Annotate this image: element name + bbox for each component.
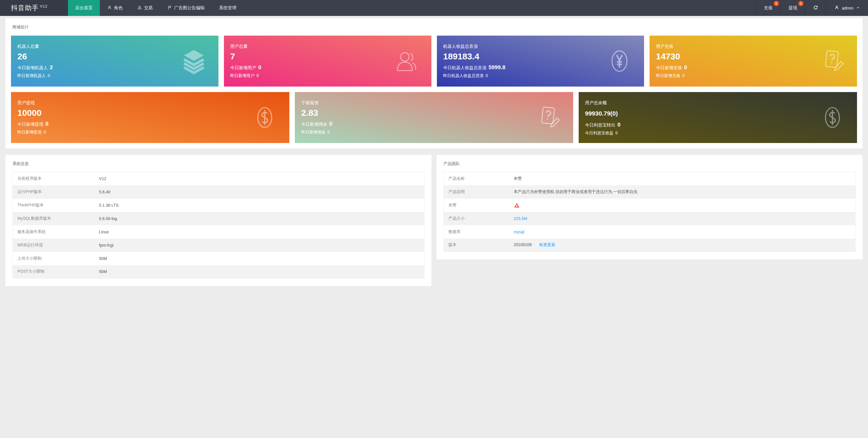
today-label: 今日新增用户 bbox=[230, 65, 256, 70]
today-value: 5999.8 bbox=[489, 64, 505, 70]
yesterday-value: 0 bbox=[615, 130, 618, 135]
stat-card-value: 2.83 bbox=[301, 109, 573, 117]
tab-system-label: 系统管理 bbox=[219, 5, 237, 11]
row-value: fpm-fcgi bbox=[99, 238, 424, 252]
tab-dashboard-label: 后台首页 bbox=[75, 5, 93, 11]
tab-roles-label: 角色 bbox=[114, 5, 123, 11]
row-value: 225.5M bbox=[514, 212, 855, 225]
row-label: 数据库 bbox=[444, 225, 514, 238]
yesterday-label: 昨日机器人收益总音浪 bbox=[443, 73, 484, 79]
stat-card-yesterday: 昨日新增用户0 bbox=[230, 73, 431, 79]
row-value: 50M bbox=[99, 265, 424, 279]
table-row: 产品大小225.5M bbox=[444, 212, 856, 225]
table-row: ThinkPHP版本5.1.38 LTS bbox=[13, 199, 425, 212]
product-team-table: 产品名称米赞 产品说明本产品只为米赞使用权,切勿用于商业或者用于违法行为,一切后… bbox=[443, 172, 856, 252]
scales-icon bbox=[137, 5, 142, 11]
tab-system[interactable]: 系统管理 bbox=[212, 0, 244, 16]
stat-card-yesterday: 昨日新增佣金0 bbox=[301, 130, 573, 135]
tab-ad-notice-edit[interactable]: 广告图公告编辑 bbox=[160, 0, 212, 16]
table-row: 米赞 bbox=[444, 199, 856, 212]
row-label: 产品大小 bbox=[444, 212, 514, 225]
main-menu: 后台首页 角色 交易 广告图公告编辑 bbox=[68, 0, 244, 16]
row-label: ThinkPHP版本 bbox=[13, 199, 99, 212]
row-label: POST大小限制 bbox=[13, 265, 99, 279]
row-label: WEB运行环境 bbox=[13, 238, 99, 252]
table-row: 版本 20100106 检查更新 bbox=[444, 238, 856, 252]
tab-roles[interactable]: 角色 bbox=[100, 0, 130, 16]
yesterday-label: 昨日新增提现 bbox=[18, 130, 42, 135]
tab-trade[interactable]: 交易 bbox=[130, 0, 160, 16]
stat-card-user-balance: 用户总余额 99930.79(0) 今日利息宝转出0 今日利息宝收益0 bbox=[579, 92, 857, 143]
tab-dashboard[interactable]: 后台首页 bbox=[68, 0, 100, 16]
stat-card-robot-total: 机器人总量 26 今日新增机器人2 昨日新增机器人0 bbox=[11, 36, 218, 87]
table-row: 上传大小限制50M bbox=[13, 252, 425, 265]
today-label: 今日新增佣金 bbox=[301, 122, 327, 127]
stat-card-yesterday: 昨日新增充值0 bbox=[656, 73, 857, 79]
version-number: 20100106 bbox=[514, 242, 531, 247]
stat-card-user-total: 用户总量 7 今日新增用户0 昨日新增用户0 bbox=[224, 36, 431, 87]
yesterday-value: 0 bbox=[328, 130, 330, 134]
today-value: 0 bbox=[684, 64, 687, 70]
users-icon bbox=[394, 49, 419, 74]
today-value: 0 bbox=[45, 121, 49, 127]
admin-user-icon bbox=[834, 5, 839, 11]
stat-card-yesterday: 昨日机器人收益总音浪0 bbox=[443, 73, 644, 79]
row-label: 当前程序版本 bbox=[13, 172, 99, 185]
app-version: V12 bbox=[40, 4, 48, 8]
withdraw-button[interactable]: 提现 0 bbox=[780, 0, 805, 16]
row-value bbox=[514, 199, 855, 212]
yesterday-value: 0 bbox=[486, 73, 488, 78]
stat-card-yesterday: 今日利息宝收益0 bbox=[585, 130, 857, 136]
yesterday-label: 今日利息宝收益 bbox=[585, 130, 613, 136]
yesterday-value: 0 bbox=[682, 73, 685, 78]
today-value: 2 bbox=[50, 64, 53, 70]
stat-card-label: 下级返佣 bbox=[301, 100, 573, 106]
stat-card-label: 用户提现 bbox=[18, 100, 289, 106]
row-value: 5.6.50-log bbox=[99, 212, 424, 225]
row-label: 上传大小限制 bbox=[13, 252, 99, 265]
today-value: 0 bbox=[329, 121, 333, 127]
row-value: 5.1.38 LTS bbox=[99, 199, 424, 212]
user-menu[interactable]: admin bbox=[826, 0, 868, 16]
yesterday-label: 昨日新增充值 bbox=[656, 73, 680, 79]
product-size-link[interactable]: 225.5M bbox=[514, 216, 527, 221]
refresh-button[interactable] bbox=[805, 0, 826, 16]
withdraw-label: 提现 bbox=[788, 5, 797, 11]
stats-row-1: 机器人总量 26 今日新增机器人2 昨日新增机器人0 用户总量 7 今日新增用户… bbox=[5, 36, 863, 87]
check-update-link[interactable]: 检查更新 bbox=[539, 242, 556, 247]
yesterday-label: 昨日新增机器人 bbox=[18, 73, 46, 79]
row-label: 版本 bbox=[444, 238, 514, 252]
stat-card-today: 今日新增提现0 bbox=[18, 121, 289, 127]
today-label: 今日新增充值 bbox=[656, 65, 682, 70]
nav-right-group: 充值 0 提现 0 admin bbox=[756, 0, 868, 16]
database-link[interactable]: mysql bbox=[514, 230, 524, 234]
username: admin bbox=[842, 5, 854, 10]
table-row: MySQL数据库版本5.6.50-log bbox=[13, 212, 425, 225]
row-label: 服务器操作系统 bbox=[13, 225, 99, 238]
system-info-table: 当前程序版本V12 运行PHP版本5.6.40 ThinkPHP版本5.1.38… bbox=[12, 172, 425, 279]
yesterday-label: 昨日新增用户 bbox=[230, 73, 255, 79]
stat-card-yesterday: 昨日新增提现0 bbox=[18, 130, 289, 135]
row-value: 本产品只为米赞使用权,切勿用于商业或者用于违法行为,一切后果自负 bbox=[514, 185, 855, 199]
row-value: 5.6.40 bbox=[99, 185, 424, 199]
recharge-button[interactable]: 充值 0 bbox=[756, 0, 780, 16]
shop-stats-panel: 商城统计 机器人总量 26 今日新增机器人2 昨日新增机器人0 用户总量 7 今… bbox=[5, 18, 863, 148]
layers-icon bbox=[181, 49, 206, 74]
row-label: MySQL数据库版本 bbox=[13, 212, 99, 225]
stat-card-today: 今日新增佣金0 bbox=[301, 121, 573, 127]
user-icon bbox=[107, 5, 112, 11]
product-team-panel: 产品团队 产品名称米赞 产品说明本产品只为米赞使用权,切勿用于商业或者用于违法行… bbox=[437, 155, 863, 259]
row-value: Linux bbox=[99, 225, 424, 238]
app-logo[interactable]: 抖音助手 V12 bbox=[0, 0, 68, 16]
row-value: 米赞 bbox=[514, 172, 855, 185]
system-info-title: 系统信息 bbox=[5, 155, 431, 172]
today-label: 今日机器人收益总音浪 bbox=[443, 65, 487, 70]
row-label: 运行PHP版本 bbox=[13, 185, 99, 199]
stat-card-value: 10000 bbox=[18, 109, 289, 117]
withdraw-badge: 0 bbox=[798, 1, 804, 6]
recharge-badge: 0 bbox=[774, 1, 779, 6]
yesterday-value: 0 bbox=[48, 73, 50, 78]
yen-circle-icon bbox=[607, 49, 632, 74]
table-row: 产品名称米赞 bbox=[444, 172, 856, 185]
top-nav: 抖音助手 V12 后台首页 角色 交易 bbox=[0, 0, 868, 16]
